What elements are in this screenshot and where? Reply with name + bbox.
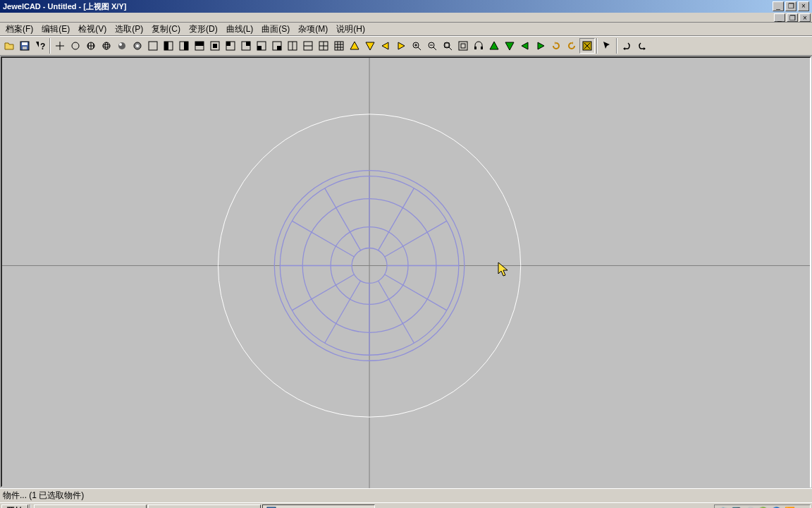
- warning-up-icon[interactable]: [347, 38, 362, 54]
- svg-rect-1: [22, 42, 27, 45]
- menu-copy[interactable]: 复制(C): [147, 23, 185, 36]
- svg-rect-23: [226, 42, 230, 46]
- view-split-h-icon[interactable]: [300, 38, 316, 54]
- tray-icon-3[interactable]: 🔊: [744, 506, 756, 509]
- svg-rect-27: [257, 46, 262, 50]
- svg-rect-25: [246, 42, 250, 46]
- view-split-v-icon[interactable]: [285, 38, 300, 54]
- mdi-maximize-button[interactable]: ❐: [787, 13, 798, 22]
- view-grid-icon[interactable]: [316, 38, 331, 54]
- view5-icon[interactable]: [207, 38, 223, 54]
- redo-icon[interactable]: [634, 38, 650, 54]
- close-button[interactable]: ×: [798, 1, 809, 11]
- title-bar: JewelCAD - Untitled - [上视图 X/Y] _ ❐ ×: [0, 0, 812, 13]
- svg-line-70: [325, 281, 361, 343]
- svg-rect-54: [474, 47, 476, 49]
- tri-up-green-icon[interactable]: [486, 38, 502, 54]
- svg-rect-19: [195, 42, 204, 46]
- view4-icon[interactable]: [192, 38, 207, 54]
- svg-point-6: [103, 42, 110, 49]
- tray-icon-5[interactable]: 🔵: [771, 506, 782, 509]
- globe-wire-icon[interactable]: [99, 38, 114, 54]
- menu-misc[interactable]: 杂项(M): [294, 23, 332, 36]
- minimize-button[interactable]: _: [773, 1, 784, 11]
- help-icon[interactable]: ?: [32, 38, 48, 54]
- menu-file[interactable]: 档案(F): [1, 23, 37, 36]
- tray-icon-6[interactable]: 📶: [785, 506, 796, 509]
- rotate-cw-icon[interactable]: [548, 38, 564, 54]
- tray-icon-4[interactable]: 🟢: [758, 506, 769, 509]
- folder-icon: [37, 506, 49, 509]
- svg-line-72: [292, 274, 354, 310]
- tri-right-green-icon[interactable]: [533, 38, 548, 54]
- svg-rect-55: [481, 47, 483, 49]
- menu-view[interactable]: 检视(V): [74, 23, 111, 36]
- svg-line-75: [379, 281, 414, 343]
- task-button-volume[interactable]: Master Volume: [148, 504, 261, 509]
- zoom-in-icon[interactable]: [409, 38, 424, 54]
- svg-rect-52: [459, 42, 467, 50]
- task-button-documents[interactable]: H:\My Documents\201...: [34, 504, 147, 509]
- svg-line-76: [325, 188, 361, 250]
- sphere-ring-icon[interactable]: [130, 38, 145, 54]
- title-text: JewelCAD - Untitled - [上视图 X/Y]: [1, 1, 771, 12]
- view-grid2-icon[interactable]: [331, 38, 347, 54]
- menu-curve[interactable]: 曲线(L): [222, 23, 258, 36]
- view7-icon[interactable]: [238, 38, 254, 54]
- menu-bar: 档案(F) 编辑(E) 检视(V) 选取(P) 复制(C) 变形(D) 曲线(L…: [0, 23, 812, 36]
- svg-line-43: [418, 47, 421, 50]
- svg-line-47: [433, 47, 436, 50]
- warning-down-icon[interactable]: [362, 38, 378, 54]
- globe-icon[interactable]: [83, 38, 99, 54]
- drawing-canvas[interactable]: [2, 58, 810, 488]
- view2-icon[interactable]: [161, 38, 176, 54]
- menu-deform[interactable]: 变形(D): [185, 23, 222, 36]
- toolbar: ?: [0, 36, 812, 56]
- task-button-jewelcad[interactable]: JewelCAD - Untitled...: [262, 504, 375, 509]
- zoom-out-icon[interactable]: [424, 38, 440, 54]
- svg-rect-2: [23, 47, 27, 49]
- headphones-icon[interactable]: [471, 38, 486, 54]
- menu-edit[interactable]: 编辑(E): [37, 23, 74, 36]
- svg-rect-37: [335, 42, 343, 50]
- open-icon[interactable]: [1, 38, 17, 54]
- svg-rect-53: [461, 44, 465, 48]
- zoom-fit-icon[interactable]: [440, 38, 455, 54]
- arrow-left-icon[interactable]: [378, 38, 393, 54]
- svg-rect-13: [149, 42, 157, 50]
- pointer-icon[interactable]: [599, 38, 615, 54]
- svg-rect-21: [213, 44, 217, 48]
- view1-icon[interactable]: [145, 38, 161, 54]
- system-tray[interactable]: 🛡️ 🖥️ 🔊 🟢 🔵 📶 20: [714, 504, 811, 509]
- view3-icon[interactable]: [176, 38, 192, 54]
- view9-icon[interactable]: [269, 38, 285, 54]
- tray-icon-2[interactable]: 🖥️: [731, 506, 742, 509]
- mdi-minimize-button[interactable]: _: [774, 13, 785, 22]
- tri-down-green-icon[interactable]: [502, 38, 517, 54]
- view8-icon[interactable]: [254, 38, 269, 54]
- start-button[interactable]: 开始: [1, 504, 28, 509]
- svg-point-12: [136, 44, 139, 47]
- viewport[interactable]: [1, 56, 811, 488]
- rotate-ccw-icon[interactable]: [564, 38, 579, 54]
- app-icon: [266, 506, 277, 509]
- save-icon[interactable]: [17, 38, 32, 54]
- menu-help[interactable]: 说明(H): [332, 23, 369, 36]
- menu-select[interactable]: 选取(P): [111, 23, 147, 36]
- tray-icon-1[interactable]: 🛡️: [718, 506, 729, 509]
- svg-line-69: [379, 188, 414, 250]
- mdi-close-button[interactable]: ×: [799, 13, 811, 22]
- view6-icon[interactable]: [223, 38, 238, 54]
- circle-icon[interactable]: [68, 38, 83, 54]
- svg-rect-17: [184, 42, 188, 50]
- fit-window-icon[interactable]: [455, 38, 471, 54]
- undo-icon[interactable]: [619, 38, 634, 54]
- cross-icon[interactable]: [52, 38, 68, 54]
- menu-surface[interactable]: 曲面(S): [257, 23, 294, 36]
- arrow-right-icon[interactable]: [393, 38, 409, 54]
- svg-rect-29: [277, 46, 281, 50]
- maximize-button[interactable]: ❐: [785, 1, 796, 11]
- sphere-shade-icon[interactable]: [114, 38, 130, 54]
- special-icon[interactable]: [579, 38, 595, 54]
- tri-left-green-icon[interactable]: [517, 38, 533, 54]
